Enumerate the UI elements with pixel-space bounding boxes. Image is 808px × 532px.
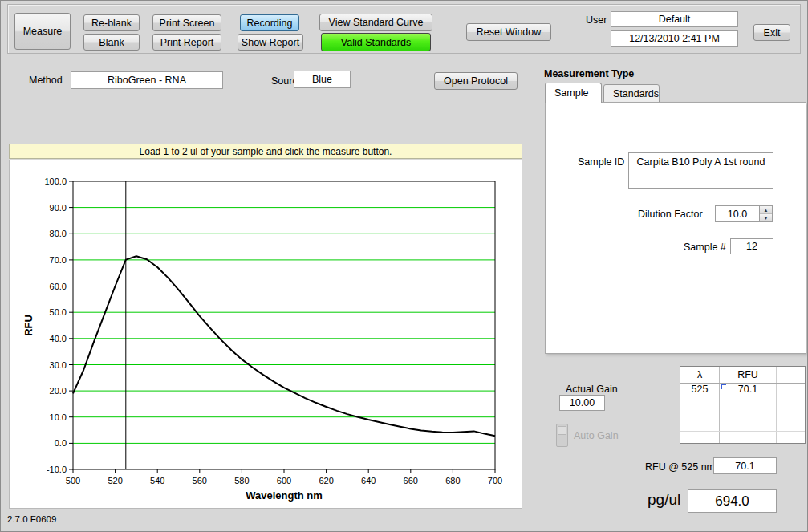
rfu-at-525-value: 70.1 <box>735 461 754 472</box>
svg-text:540: 540 <box>150 476 164 485</box>
spinner-up-icon[interactable]: ▲ <box>760 206 772 214</box>
rfu-at-525-field: 70.1 <box>713 457 777 474</box>
tab-standards[interactable]: Standards <box>603 84 660 103</box>
version-label: 2.7.0 F0609 <box>7 514 56 524</box>
svg-text:600: 600 <box>277 476 291 485</box>
svg-text:500: 500 <box>66 476 80 485</box>
valid-standards-indicator: Valid Standards <box>321 33 431 51</box>
user-name-value: Default <box>659 14 691 25</box>
datetime-value: 12/13/2010 2:41 PM <box>629 33 720 44</box>
svg-text:660: 660 <box>404 476 418 485</box>
spectrum-chart-svg[interactable]: -10.00.010.020.030.040.050.060.070.080.0… <box>10 160 522 508</box>
source-value: Blue <box>312 74 332 85</box>
svg-text:50.0: 50.0 <box>50 307 67 317</box>
table-row[interactable]: 525 70.1 <box>680 384 805 396</box>
datetime-field: 12/13/2010 2:41 PM <box>611 30 738 47</box>
instruction-banner-text: Load 1 to 2 ul of your sample and click … <box>140 146 392 157</box>
exit-button[interactable]: Exit <box>753 24 790 41</box>
tab-sample[interactable]: Sample <box>545 83 602 103</box>
recording-label: Recording <box>247 18 293 29</box>
concentration-field: 694.0 <box>688 489 777 513</box>
spinner-down-icon[interactable]: ▼ <box>760 214 772 221</box>
table-row[interactable] <box>680 408 805 420</box>
concentration-value: 694.0 <box>715 493 749 510</box>
dilution-factor-stepper[interactable]: 10.0 ▲▼ <box>715 205 773 222</box>
svg-text:580: 580 <box>234 476 249 485</box>
svg-text:0.0: 0.0 <box>55 438 67 448</box>
sample-id-label: Sample ID <box>578 156 624 168</box>
show-report-button[interactable]: Show Report <box>238 34 303 51</box>
method-field[interactable]: RiboGreen - RNA <box>71 71 223 89</box>
source-field[interactable]: Blue <box>294 71 351 88</box>
auto-gain-label: Auto Gain <box>574 430 619 441</box>
actual-gain-label: Actual Gain <box>566 384 618 395</box>
table-row[interactable] <box>680 432 805 443</box>
sample-number-label: Sample # <box>684 242 726 253</box>
table-header-row: λ RFU <box>680 367 805 384</box>
exit-button-label: Exit <box>764 27 781 39</box>
method-value: RiboGreen - RNA <box>108 75 186 86</box>
blank-button-label: Blank <box>99 37 124 48</box>
svg-text:20.0: 20.0 <box>50 386 67 396</box>
spectrum-chart[interactable]: -10.00.010.020.030.040.050.060.070.080.0… <box>9 160 522 509</box>
svg-text:RFU: RFU <box>22 315 35 336</box>
open-protocol-button[interactable]: Open Protocol <box>434 72 518 90</box>
measure-button-label: Measure <box>23 26 63 37</box>
sample-number-value: 12 <box>746 241 757 252</box>
actual-gain-field[interactable]: 10.00 <box>559 395 605 411</box>
svg-text:90.0: 90.0 <box>50 203 67 213</box>
svg-text:700: 700 <box>488 476 502 485</box>
view-standard-curve-button[interactable]: View Standard Curve <box>319 14 432 31</box>
rfu-cell[interactable]: 70.1 <box>720 384 777 396</box>
instruction-banner: Load 1 to 2 ul of your sample and click … <box>9 144 522 159</box>
tab-sample-label: Sample <box>554 87 588 99</box>
rfu-at-525-label: RFU @ 525 nm <box>645 461 715 473</box>
view-standard-curve-label: View Standard Curve <box>329 17 424 28</box>
dilution-spinner: ▲▼ <box>759 206 772 221</box>
blank-button[interactable]: Blank <box>83 34 140 51</box>
svg-text:80.0: 80.0 <box>50 229 67 238</box>
cell-selection-mark <box>721 384 726 389</box>
fluorometer-app-window: Measure Re-blank Blank Print Screen Prin… <box>0 0 808 532</box>
sample-number-field[interactable]: 12 <box>730 238 773 254</box>
print-report-button-label: Print Report <box>160 37 214 48</box>
user-label: User <box>586 14 607 26</box>
table-row[interactable] <box>680 396 805 408</box>
show-report-button-label: Show Report <box>242 37 299 48</box>
reset-window-button-label: Reset Window <box>477 26 542 38</box>
svg-text:40.0: 40.0 <box>50 334 67 343</box>
concentration-unit-label: pg/ul <box>648 491 680 509</box>
svg-text:640: 640 <box>361 476 376 485</box>
auto-gain-toggle[interactable] <box>556 424 568 447</box>
svg-text:70.0: 70.0 <box>50 255 67 265</box>
rfu-column-header: RFU <box>720 367 777 383</box>
method-label: Method <box>29 75 63 86</box>
svg-text:30.0: 30.0 <box>50 360 67 370</box>
svg-text:560: 560 <box>193 476 207 485</box>
reblank-button-label: Re-blank <box>91 18 132 29</box>
lambda-column-header: λ <box>680 367 720 383</box>
reset-window-button[interactable]: Reset Window <box>466 23 551 41</box>
dilution-factor-label: Dilution Factor <box>638 209 703 220</box>
svg-text:60.0: 60.0 <box>50 282 67 291</box>
tab-standards-label: Standards <box>613 88 659 99</box>
svg-text:10.0: 10.0 <box>50 412 67 422</box>
table-row[interactable] <box>680 420 805 433</box>
lambda-cell[interactable]: 525 <box>680 384 720 396</box>
wavelength-rfu-table[interactable]: λ RFU 525 70.1 <box>680 366 806 444</box>
print-report-button[interactable]: Print Report <box>152 34 221 51</box>
reblank-button[interactable]: Re-blank <box>83 14 140 31</box>
measure-button[interactable]: Measure <box>14 13 71 50</box>
auto-gain-toggle-handle-icon <box>558 426 566 435</box>
sample-tab-panel <box>545 102 806 354</box>
svg-text:-10.0: -10.0 <box>47 465 67 474</box>
svg-text:Wavelength nm: Wavelength nm <box>246 489 323 502</box>
recording-indicator-button[interactable]: Recording <box>240 14 299 31</box>
sample-id-field[interactable]: Carpita B10 Poly A 1st round <box>628 152 773 189</box>
print-screen-button[interactable]: Print Screen <box>152 14 221 31</box>
svg-text:620: 620 <box>319 476 333 485</box>
dilution-factor-value: 10.0 <box>716 209 759 220</box>
measurement-type-title: Measurement Type <box>544 68 634 79</box>
svg-text:520: 520 <box>108 476 122 485</box>
user-name-field[interactable]: Default <box>611 11 738 27</box>
